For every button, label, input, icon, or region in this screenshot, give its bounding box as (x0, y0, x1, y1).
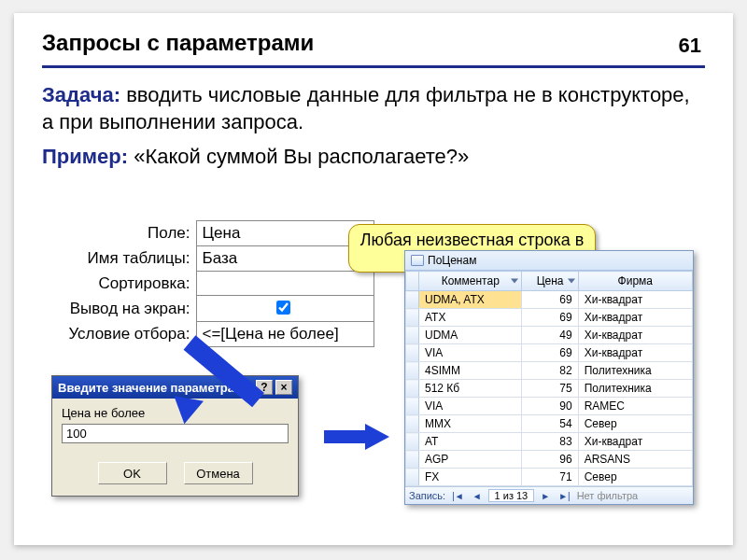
cell-price[interactable]: 71 (522, 469, 578, 486)
cell-firm[interactable]: Север (578, 415, 692, 433)
table-row[interactable]: UDMA, ATX69Хи-квадрат (406, 291, 693, 309)
cell-comment[interactable]: FX (419, 469, 522, 486)
table-row[interactable]: MMX54Север (406, 415, 693, 433)
table-row[interactable]: UDMA49Хи-квадрат (406, 327, 693, 344)
example-text: «Какой суммой Вы располагаете?» (128, 145, 469, 168)
cell-comment[interactable]: ATX (419, 309, 522, 327)
cancel-button[interactable]: Отмена (184, 462, 253, 484)
datasheet-tab-label: ПоЦенам (428, 254, 476, 267)
row-selector[interactable] (406, 380, 419, 398)
sort-row-label: Сортировка: (51, 272, 196, 296)
cell-comment[interactable]: 512 Кб (419, 380, 522, 398)
cell-comment[interactable]: UDMA (419, 327, 522, 344)
nav-label: Запись: (409, 490, 445, 501)
row-selector[interactable] (406, 433, 419, 451)
cell-comment[interactable]: VIA (419, 398, 522, 415)
query-designer: Поле: Цена Имя таблицы: База Сортировка:… (51, 220, 378, 347)
table-row[interactable]: AT83Хи-квадрат (406, 433, 693, 451)
nav-filter-status: Нет фильтра (577, 490, 639, 501)
arrow-dialog-to-result (324, 424, 391, 450)
datasheet-icon (411, 255, 424, 266)
cell-price[interactable]: 83 (522, 433, 578, 451)
example-line: Пример: «Какой суммой Вы располагаете?» (42, 143, 705, 170)
ok-button[interactable]: OK (98, 462, 167, 484)
cell-firm[interactable]: Север (578, 469, 692, 486)
table-row[interactable]: ATX69Хи-квадрат (406, 309, 693, 327)
close-icon[interactable]: × (275, 380, 292, 395)
col-comment[interactable]: Комментар (419, 272, 522, 291)
cell-price[interactable]: 69 (522, 291, 578, 309)
row-selector[interactable] (406, 451, 419, 469)
cell-firm[interactable]: Политехника (578, 380, 692, 398)
table-row[interactable]: FX71Север (406, 469, 693, 486)
cell-comment[interactable]: UDMA, ATX (419, 291, 522, 309)
field-row-label: Поле: (51, 221, 196, 246)
cell-firm[interactable]: Хи-квадрат (578, 344, 692, 362)
col-firm[interactable]: Фирма (578, 272, 692, 291)
criteria-row-value[interactable]: <=[Цена не более] (196, 322, 374, 347)
row-selector[interactable] (406, 291, 419, 309)
cell-comment[interactable]: MMX (419, 415, 522, 433)
table-row-value[interactable]: База (196, 246, 374, 272)
chevron-down-icon[interactable] (511, 279, 518, 284)
row-selector-header (406, 272, 419, 291)
row-selector[interactable] (406, 327, 419, 344)
cell-firm[interactable]: ARSANS (578, 451, 692, 469)
record-navigator: Запись: |◄ ◄ 1 из 13 ► ►| Нет фильтра (405, 486, 693, 504)
cell-comment[interactable]: AT (419, 433, 522, 451)
dialog-title: Введите значение параметра (58, 381, 234, 395)
cell-comment[interactable]: AGP (419, 451, 522, 469)
task-label: Задача: (42, 83, 120, 106)
chevron-down-icon[interactable] (568, 279, 575, 284)
task-line: Задача: вводить числовые данные для филь… (42, 81, 705, 135)
sort-row-value[interactable] (196, 272, 374, 296)
cell-price[interactable]: 75 (522, 380, 578, 398)
result-datasheet: ПоЦенам Комментар Цена Фирма UDMA, ATX69… (404, 250, 694, 505)
show-row-value[interactable] (196, 296, 374, 322)
cell-price[interactable]: 49 (522, 327, 578, 344)
field-row-value[interactable]: Цена (196, 221, 374, 246)
nav-prev-icon[interactable]: ◄ (471, 491, 484, 501)
row-selector[interactable] (406, 362, 419, 380)
cell-price[interactable]: 69 (522, 344, 578, 362)
criteria-row-label: Условие отбора: (51, 322, 196, 347)
show-checkbox[interactable] (276, 301, 290, 315)
table-row[interactable]: VIA90RAMEC (406, 398, 693, 415)
col-price[interactable]: Цена (522, 272, 578, 291)
nav-first-icon[interactable]: |◄ (450, 491, 466, 501)
row-selector[interactable] (406, 469, 419, 486)
cell-price[interactable]: 82 (522, 362, 578, 380)
task-text: вводить числовые данные для фильтра не в… (42, 83, 690, 133)
parameter-input[interactable] (62, 424, 289, 443)
cell-firm[interactable]: Хи-квадрат (578, 291, 692, 309)
row-selector[interactable] (406, 415, 419, 433)
cell-firm[interactable]: RAMEC (578, 398, 692, 415)
table-row[interactable]: 512 Кб75Политехника (406, 380, 693, 398)
datasheet-tab[interactable]: ПоЦенам (405, 251, 693, 271)
cell-price[interactable]: 90 (522, 398, 578, 415)
page-number: 61 (679, 34, 701, 58)
cell-firm[interactable]: Хи-квадрат (578, 309, 692, 327)
cell-price[interactable]: 96 (522, 451, 578, 469)
slide: 61 Запросы с параметрами Задача: вводить… (14, 13, 733, 545)
show-row-label: Вывод на экран: (51, 296, 196, 322)
cell-firm[interactable]: Политехника (578, 362, 692, 380)
cell-price[interactable]: 54 (522, 415, 578, 433)
nav-last-icon[interactable]: ►| (557, 491, 572, 501)
row-selector[interactable] (406, 309, 419, 327)
nav-position[interactable]: 1 из 13 (488, 489, 535, 502)
cell-firm[interactable]: Хи-квадрат (578, 433, 692, 451)
table-row-label: Имя таблицы: (51, 246, 196, 272)
row-selector[interactable] (406, 398, 419, 415)
row-selector[interactable] (406, 344, 419, 362)
cell-price[interactable]: 69 (522, 309, 578, 327)
table-row[interactable]: VIA69Хи-квадрат (406, 344, 693, 362)
nav-next-icon[interactable]: ► (539, 491, 552, 501)
cell-firm[interactable]: Хи-квадрат (578, 327, 692, 344)
cell-comment[interactable]: VIA (419, 344, 522, 362)
slide-title: Запросы с параметрами (42, 30, 705, 56)
table-row[interactable]: 4SIMM82Политехника (406, 362, 693, 380)
table-row[interactable]: AGP96ARSANS (406, 451, 693, 469)
example-label: Пример: (42, 145, 128, 168)
cell-comment[interactable]: 4SIMM (419, 362, 522, 380)
